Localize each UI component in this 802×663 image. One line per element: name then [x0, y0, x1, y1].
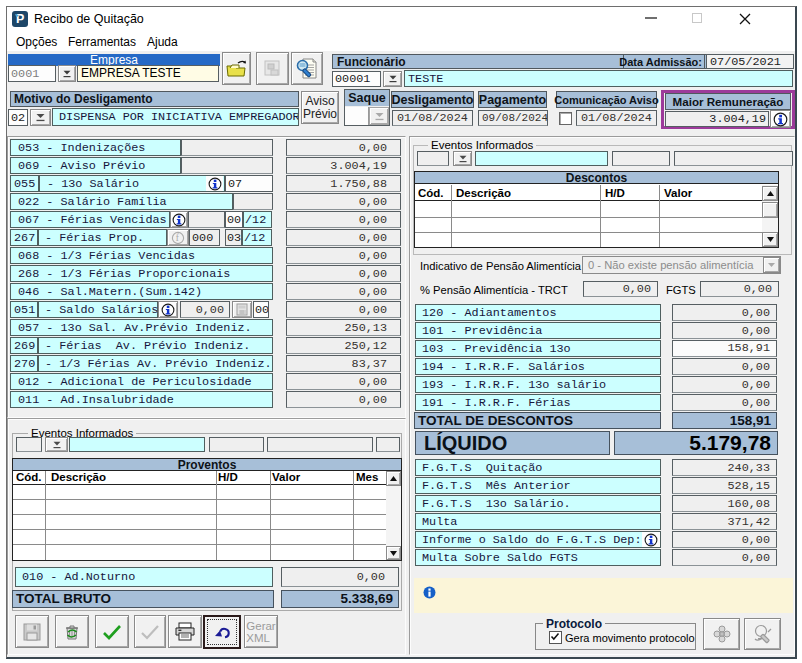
svg-text:f: f	[176, 233, 180, 243]
